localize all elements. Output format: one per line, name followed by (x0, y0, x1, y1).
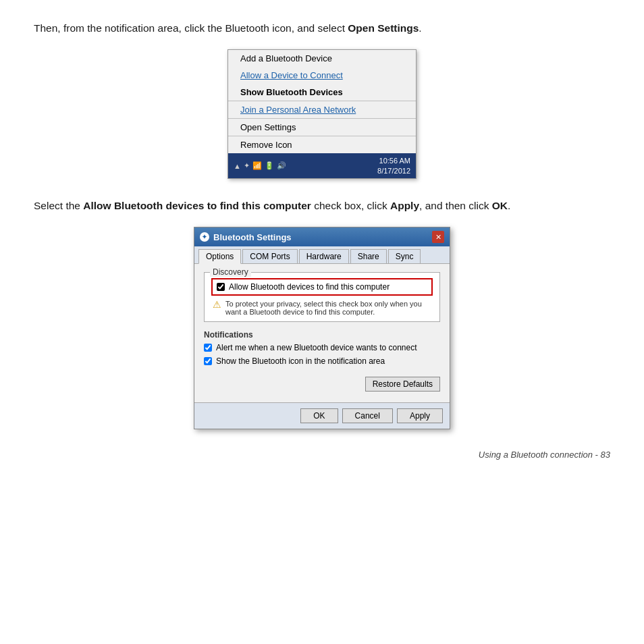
cancel-button[interactable]: Cancel (342, 408, 393, 423)
page-footer: Using a Bluetooth connection - 83 (34, 450, 610, 460)
taskbar-bar: ▲ ✦ 📶 🔋 🔊 10:56 AM 8/17/2012 (228, 153, 416, 178)
footer-text: Using a Bluetooth connection - 83 (479, 450, 610, 460)
taskbar-time-value: 10:56 AM (377, 156, 410, 165)
dialog-titlebar: ✦ Bluetooth Settings ✕ (194, 227, 450, 246)
second-paragraph: Select the Allow Bluetooth devices to fi… (34, 198, 610, 213)
menu-item-show-devices[interactable]: Show Bluetooth Devices (228, 84, 416, 101)
menu-item-remove-icon[interactable]: Remove Icon (228, 136, 416, 153)
allow-bluetooth-checkbox[interactable] (217, 283, 225, 291)
show-icon-checkbox[interactable] (204, 357, 212, 365)
allow-checkbox-label: Allow Bluetooth devices to find this com… (229, 282, 390, 292)
second-bold-ok: OK (492, 200, 508, 211)
tab-share[interactable]: Share (350, 249, 387, 263)
second-period: . (508, 200, 510, 211)
restore-defaults-button[interactable]: Restore Defaults (365, 377, 440, 392)
second-text-before: Select the (34, 200, 83, 211)
notifications-section: Notifications Alert me when a new Blueto… (204, 330, 440, 366)
tab-sync[interactable]: Sync (388, 249, 421, 263)
menu-item-add-bluetooth[interactable]: Add a Bluetooth Device (228, 50, 416, 67)
intro-bold: Open Settings (348, 22, 419, 34)
taskbar-date-value: 8/17/2012 (377, 166, 410, 176)
taskbar-time: 10:56 AM 8/17/2012 (377, 156, 410, 176)
taskbar-signal-icon: 📶 (252, 161, 262, 170)
second-bold-allow: Allow Bluetooth devices to find this com… (83, 200, 311, 211)
dialog-body: Discovery Allow Bluetooth devices to fin… (194, 264, 450, 402)
taskbar-icons: ▲ ✦ 📶 🔋 🔊 (234, 161, 286, 170)
notification-menu-container: Add a Bluetooth Device Allow a Device to… (34, 49, 610, 179)
tab-hardware[interactable]: Hardware (299, 249, 349, 263)
tab-com-ports[interactable]: COM Ports (242, 249, 297, 263)
bluetooth-title-icon: ✦ (200, 232, 209, 242)
intro-text-before: Then, from the notification area, click … (34, 22, 348, 34)
dialog-title-text: Bluetooth Settings (213, 232, 292, 242)
menu-item-join-network[interactable]: Join a Personal Area Network (228, 101, 416, 118)
discovery-section: Discovery Allow Bluetooth devices to fin… (204, 272, 440, 322)
show-icon-checkbox-row: Show the Bluetooth icon in the notificat… (204, 356, 440, 366)
intro-text-after: . (419, 22, 421, 34)
taskbar-bluetooth-icon: ✦ (244, 161, 250, 170)
second-bold-apply: Apply (390, 200, 419, 211)
intro-paragraph: Then, from the notification area, click … (34, 20, 610, 36)
show-icon-checkbox-label: Show the Bluetooth icon in the notificat… (216, 356, 385, 366)
dialog-close-button[interactable]: ✕ (432, 231, 444, 243)
warning-text: To protect your privacy, select this che… (225, 300, 433, 316)
discovery-label: Discovery (210, 267, 251, 277)
dialog-action-buttons: OK Cancel Apply (194, 402, 450, 429)
notification-menu: Add a Bluetooth Device Allow a Device to… (227, 49, 417, 179)
menu-item-allow-connect[interactable]: Allow a Device to Connect (228, 67, 416, 84)
apply-button[interactable]: Apply (397, 408, 443, 423)
dialog-container: ✦ Bluetooth Settings ✕ Options COM Ports… (34, 227, 610, 429)
bluetooth-settings-dialog: ✦ Bluetooth Settings ✕ Options COM Ports… (194, 227, 450, 429)
taskbar-arrow-icon: ▲ (234, 162, 241, 170)
notifications-label: Notifications (204, 330, 440, 340)
warning-icon: ⚠ (213, 299, 221, 310)
restore-defaults-area: Restore Defaults (204, 373, 440, 394)
tab-options[interactable]: Options (198, 249, 241, 264)
dialog-tabs: Options COM Ports Hardware Share Sync (194, 246, 450, 264)
dialog-title-left: ✦ Bluetooth Settings (200, 232, 292, 242)
warning-row: ⚠ To protect your privacy, select this c… (211, 300, 433, 316)
allow-checkbox-container: Allow Bluetooth devices to find this com… (211, 278, 433, 296)
alert-checkbox-row: Alert me when a new Bluetooth device wan… (204, 343, 440, 352)
alert-checkbox[interactable] (204, 344, 212, 352)
alert-checkbox-label: Alert me when a new Bluetooth device wan… (216, 343, 417, 352)
taskbar-speaker-icon: 🔊 (277, 161, 286, 170)
menu-item-open-settings[interactable]: Open Settings (228, 118, 416, 136)
second-text-end: , and then click (419, 200, 492, 211)
ok-button[interactable]: OK (300, 408, 338, 423)
second-text-middle: check box, click (311, 200, 390, 211)
taskbar-battery-icon: 🔋 (265, 161, 274, 170)
